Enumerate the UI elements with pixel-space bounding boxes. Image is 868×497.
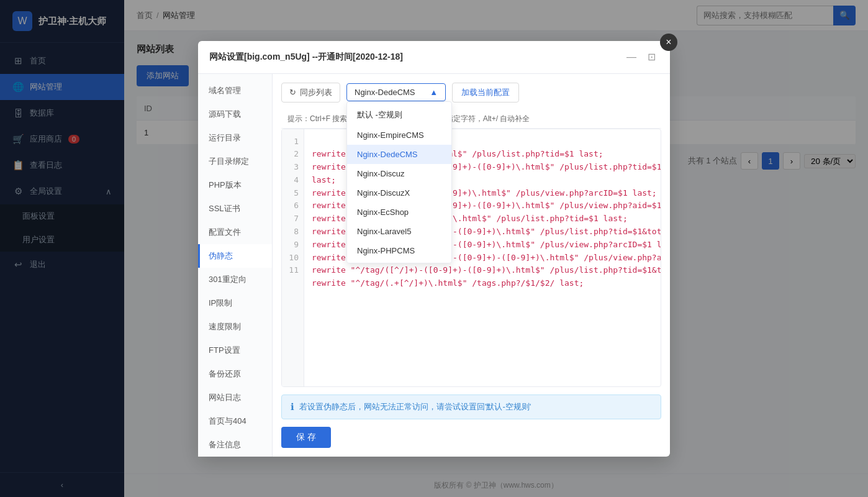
dialog-body: 域名管理 源码下载 运行目录 子目录绑定 PHP版本 SSL证书 配置文件 伪静…	[198, 74, 670, 457]
tab-source[interactable]: 源码下载	[198, 103, 272, 126]
dialog-main-content: ↻ 同步列表 Nginx-DedeCMS ▲ 默认 -空规则 Nginx-Emp…	[273, 74, 670, 457]
cms-select-button[interactable]: Nginx-DedeCMS ▲	[346, 83, 446, 101]
line-num-8: 8	[287, 226, 299, 239]
tab-pseudo[interactable]: 伪静态	[198, 244, 272, 268]
dialog-toolbar: ↻ 同步列表 Nginx-DedeCMS ▲ 默认 -空规则 Nginx-Emp…	[281, 83, 661, 103]
line-num-9: 9	[287, 239, 299, 252]
code-line-3: last;	[312, 175, 336, 185]
tab-ftp[interactable]: FTP设置	[198, 339, 272, 362]
tab-404[interactable]: 首页与404	[198, 409, 272, 433]
cms-selected-value: Nginx-DedeCMS	[355, 88, 415, 97]
line-num-4: 4	[287, 174, 299, 187]
chevron-up-icon: ▲	[430, 88, 438, 97]
tab-speed[interactable]: 速度限制	[198, 315, 272, 339]
line-num-3: 3	[287, 161, 299, 174]
code-line-10: rewrite "^/tag/([^/]+)-([0-9]+)-([0-9]+)…	[312, 265, 661, 275]
cms-dropdown-menu: 默认 -空规则 Nginx-EmpireCMS Nginx-DedeCMS Ng…	[346, 101, 452, 263]
tab-ssl[interactable]: SSL证书	[198, 197, 272, 221]
dropdown-item-discuz[interactable]: Nginx-Discuz	[347, 164, 451, 183]
cms-select-dropdown: Nginx-DedeCMS ▲ 默认 -空规则 Nginx-EmpireCMS …	[346, 83, 446, 101]
code-editor[interactable]: 1 2 3 4 5 6 7 8 9 10 11 rewrite "^/list-…	[281, 129, 661, 387]
info-text: 若设置伪静态后，网站无法正常访问，请尝试设置回'默认-空规则'	[299, 401, 531, 413]
line-num-6: 6	[287, 199, 299, 212]
line-num-11: 11	[287, 264, 299, 277]
line-num-10: 10	[287, 252, 299, 265]
tab-301[interactable]: 301重定向	[198, 268, 272, 291]
tab-runtime[interactable]: 运行目录	[198, 126, 272, 150]
tab-sitelog[interactable]: 网站日志	[198, 386, 272, 409]
code-line-11: rewrite "^/tag/(.+[^/]+)\.html$" /tags.p…	[312, 278, 584, 288]
sync-list-button[interactable]: ↻ 同步列表	[281, 83, 340, 103]
dialog-tabs: 域名管理 源码下载 运行目录 子目录绑定 PHP版本 SSL证书 配置文件 伪静…	[198, 74, 273, 457]
dropdown-item-phpcms[interactable]: Nginx-PHPCMS	[347, 241, 451, 260]
save-button[interactable]: 保 存	[281, 427, 331, 448]
dropdown-item-discuzx[interactable]: Nginx-DiscuzX	[347, 183, 451, 203]
sync-list-label: 同步列表	[300, 87, 332, 98]
dropdown-item-default[interactable]: 默认 -空规则	[347, 104, 451, 125]
info-bar: ℹ 若设置伪静态后，网站无法正常访问，请尝试设置回'默认-空规则'	[281, 394, 661, 419]
hint-bar: 提示：Ctrl+F 搜索关键字，Ctrl+G 转到指定行的指定字符，Alt+/ …	[281, 110, 661, 129]
line-num-2: 2	[287, 148, 299, 161]
tab-backup[interactable]: 备份还原	[198, 362, 272, 386]
dropdown-item-laravel5[interactable]: Nginx-Laravel5	[347, 222, 451, 241]
dialog-title: 网站设置[big.com_n5Ug] --开通时间[2020-12-18]	[209, 52, 403, 63]
dialog-controls: — ⊡	[624, 50, 659, 65]
sync-icon: ↻	[289, 88, 296, 97]
dialog-close-button[interactable]: ×	[660, 34, 677, 51]
tab-ip[interactable]: IP限制	[198, 291, 272, 315]
tab-note[interactable]: 备注信息	[198, 433, 272, 457]
dialog-overlay[interactable]: 网站设置[big.com_n5Ug] --开通时间[2020-12-18] — …	[0, 0, 868, 497]
tab-config[interactable]: 配置文件	[198, 221, 272, 244]
load-config-button[interactable]: 加载当前配置	[452, 83, 519, 103]
line-num-7: 7	[287, 212, 299, 226]
tab-domain[interactable]: 域名管理	[198, 79, 272, 103]
dialog-maximize-button[interactable]: ⊡	[644, 50, 659, 65]
dropdown-item-ecshop[interactable]: Nginx-EcShop	[347, 203, 451, 222]
line-num-5: 5	[287, 187, 299, 200]
dropdown-item-empirecms[interactable]: Nginx-EmpireCMS	[347, 125, 451, 145]
info-icon: ℹ	[291, 401, 294, 413]
tab-php[interactable]: PHP版本	[198, 173, 272, 197]
dialog-minimize-button[interactable]: —	[624, 50, 639, 65]
line-numbers: 1 2 3 4 5 6 7 8 9 10 11	[282, 129, 304, 386]
dropdown-item-dedecms[interactable]: Nginx-DedeCMS	[347, 145, 451, 164]
settings-dialog: 网站设置[big.com_n5Ug] --开通时间[2020-12-18] — …	[198, 41, 670, 457]
dialog-header: 网站设置[big.com_n5Ug] --开通时间[2020-12-18] — …	[198, 41, 670, 74]
tab-subdir[interactable]: 子目录绑定	[198, 150, 272, 173]
line-num-1: 1	[287, 135, 299, 148]
